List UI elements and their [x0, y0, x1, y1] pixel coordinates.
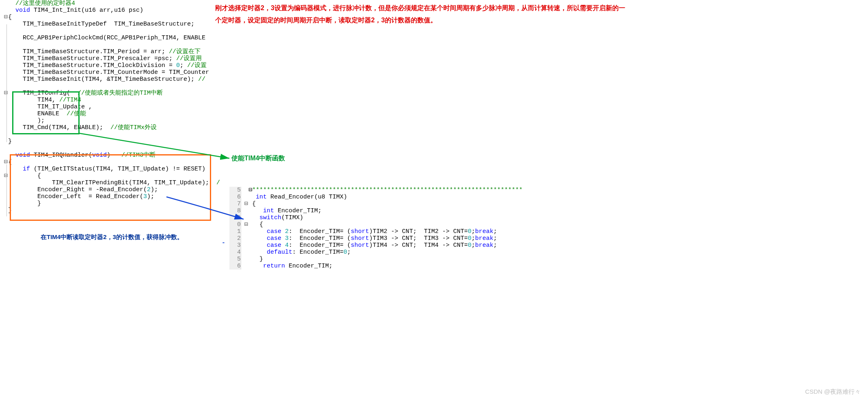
fold-marker [244, 249, 248, 256]
code-token: TIM4_IRQHandler( [30, 152, 92, 159]
code-token: (TIM_GetITStatus(TIM4, TIM_IT_Update) !=… [30, 166, 205, 173]
fold-marker [3, 117, 8, 124]
left-code-block: //这里使用的定时器4 void TIM4_Int_Init(u16 arr,u… [3, 0, 220, 214]
code-token: TIM_ITConfig( [8, 90, 78, 97]
code-line: TIM_TimeBaseStructure.TIM_CounterMode = … [3, 69, 220, 76]
code-token [248, 228, 267, 235]
fold-marker [3, 131, 8, 138]
fold-marker [3, 21, 8, 28]
code-line [3, 41, 220, 48]
line-number: 4 [229, 249, 241, 256]
code-token: ) [107, 152, 121, 159]
fold-marker [244, 235, 248, 242]
code-line: 8 int Encoder_TIM; [229, 207, 523, 214]
code-token: //使能TIMx外设 [110, 124, 157, 131]
code-token: ); [147, 193, 154, 200]
fold-marker [3, 138, 8, 145]
code-line: TIM_TimeBaseStructure.TIM_Prescaler =psc… [3, 55, 220, 62]
code-token [8, 152, 15, 159]
code-line: 6 return Encoder_TIM; [229, 263, 523, 270]
code-token: //设置在下 [169, 48, 201, 55]
fold-marker [3, 145, 8, 152]
fold-line-1 [6, 24, 7, 142]
code-token: 0 [176, 62, 180, 69]
code-token: TIM_TimeBaseStructure.TIM_CounterMode = … [8, 69, 209, 76]
code-token: RCC_APB1PeriphClockCmd(RCC_APB1Periph_TI… [8, 35, 205, 41]
code-token: //使能或者失能指定的TIM中断 [78, 90, 163, 97]
code-token: { [248, 221, 263, 228]
line-number: 5 [229, 187, 241, 194]
fold-marker [3, 200, 8, 207]
watermark-text: CSDN @夜路难行々 [805, 388, 861, 396]
code-line [3, 83, 220, 90]
code-token: Encoder_Right = -Read_Encoder( [8, 186, 147, 193]
code-token: ; [471, 242, 475, 249]
fold-marker [3, 193, 8, 200]
code-token: )TIM4 -> CNT; TIM4 -> CNT= [369, 242, 468, 249]
code-line: 6 int Read_Encoder(u8 TIMX) [229, 194, 523, 201]
code-token: { [8, 14, 12, 21]
code-line: TIM_IT_Update , [3, 104, 220, 110]
code-token: ****************************************… [252, 187, 523, 194]
code-token: //设置用 [176, 55, 202, 62]
annotation-green: 使能TIM4中断函数 [231, 154, 285, 163]
code-token: Read_Encoder(u8 TIMX) [267, 194, 347, 201]
code-line: ENABLE //使能 [3, 110, 220, 117]
fold-marker [244, 263, 248, 270]
annotation-blue: 在TIM4中断读取定时器2，3的计数值，获得脉冲数。 [41, 233, 183, 241]
code-token: ; [493, 235, 497, 242]
code-token: short [351, 242, 369, 249]
code-line: } [3, 200, 220, 207]
code-line: TIM_TimeBaseStructure.TIM_Period = arr; … [3, 48, 220, 55]
code-line: TIM_ClearITPendingBit(TIM4, TIM_IT_Updat… [3, 179, 220, 186]
line-number: 8 [229, 207, 241, 214]
code-token: case [267, 228, 281, 235]
code-token: : Encoder_TIM= ( [289, 242, 351, 249]
code-token: TIM_ClearITPendingBit(TIM4, TIM_IT_Updat… [8, 179, 216, 186]
fold-marker: ⊟ [3, 14, 8, 21]
code-token: } [8, 138, 12, 145]
code-token: //使能 [67, 110, 86, 117]
fold-marker [244, 228, 248, 235]
code-token: ⊟ [248, 187, 252, 194]
code-token: 2 [285, 228, 289, 235]
code-line: 3 case 4: Encoder_TIM= (short)TIM4 -> CN… [229, 242, 523, 249]
line-number: 6 [229, 194, 241, 201]
code-line: 0⊟ { [229, 221, 523, 228]
code-token: : Encoder_TIM= ( [289, 235, 351, 242]
code-token: 3 [143, 193, 147, 200]
fold-marker [3, 41, 8, 48]
fold-marker [244, 214, 248, 221]
code-line: Encoder_Right = -Read_Encoder(2); [3, 186, 220, 193]
code-line: 5 } [229, 256, 523, 263]
line-number: 3 [229, 242, 241, 249]
code-token: // [198, 76, 205, 83]
fold-marker [3, 28, 8, 35]
code-line [3, 28, 220, 35]
code-line: 2 case 3: Encoder_TIM= (short)TIM3 -> CN… [229, 235, 523, 242]
code-token: Encoder_TIM; [285, 263, 333, 270]
code-line: 4 default: Encoder_TIM=0; [229, 249, 523, 256]
code-token [8, 0, 15, 7]
fold-marker [3, 124, 8, 131]
code-token: void [92, 152, 107, 159]
code-token [248, 214, 259, 221]
code-line: void TIM4_IRQHandler(void) //TIM3中断 [3, 152, 220, 159]
code-token: case [267, 235, 281, 242]
code-line: TIM_TimeBaseInitTypeDef TIM_TimeBaseStru… [3, 21, 220, 28]
code-line: } [3, 207, 220, 214]
fold-marker [244, 207, 248, 214]
code-token: 2 [147, 186, 151, 193]
code-token: : Encoder_TIM= ( [289, 228, 351, 235]
fold-marker [3, 62, 8, 69]
fold-marker: ⊟ [3, 173, 8, 179]
code-token: int [256, 194, 267, 201]
code-token: TIM4, [8, 97, 59, 104]
code-token: TIM4_Int_Init(u16 arr,u16 psc) [30, 7, 143, 14]
code-token: { [8, 173, 41, 179]
code-token: ; [180, 62, 187, 69]
right-code-block: 5 ⊟*************************************… [229, 187, 523, 270]
code-token: TIM_Cmd(TIM4, ENABLE); [8, 124, 110, 131]
code-token [281, 242, 285, 249]
code-line: ⊟ TIM_ITConfig( //使能或者失能指定的TIM中断 [3, 90, 220, 97]
